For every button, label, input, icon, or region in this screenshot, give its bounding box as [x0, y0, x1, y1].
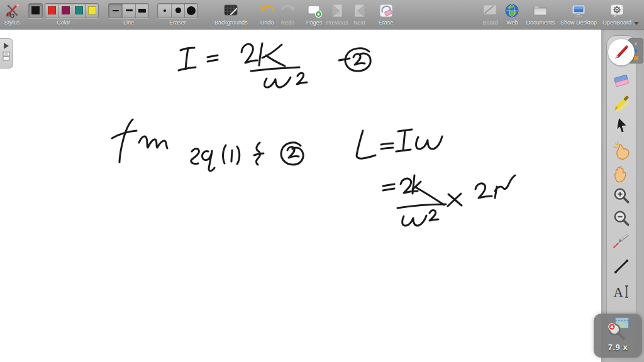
eraser-medium-button[interactable]: [171, 4, 184, 18]
eraser-group: Eraser: [157, 2, 198, 26]
pen-icon: [611, 42, 631, 62]
stylus-label: Stylus: [4, 19, 20, 26]
show-desktop-label: Show Desktop: [560, 19, 597, 26]
zoom-overlay: 7.9 x: [594, 314, 642, 358]
color-swatch-black[interactable]: [29, 4, 42, 18]
next-page-icon: [352, 2, 368, 19]
tool-zoom-in[interactable]: [610, 185, 633, 207]
ink-equation-2: [179, 43, 370, 87]
documents-label: Documents: [526, 19, 555, 26]
pan-hand-icon: [611, 163, 632, 184]
color-options-box: [45, 3, 99, 18]
line-medium-button[interactable]: [122, 4, 135, 18]
openboard-window: Stylus: [0, 0, 644, 362]
redo-button[interactable]: Redo: [280, 2, 296, 26]
erase-label: Erase: [379, 19, 394, 26]
stylus-button[interactable]: Stylus: [4, 2, 20, 26]
tool-laser-pointer[interactable]: [610, 230, 633, 253]
stylus-toolbar: ✕: [606, 35, 636, 357]
show-desktop-button[interactable]: Show Desktop: [560, 2, 597, 26]
line-tool-icon: [611, 256, 631, 277]
board-mode-button[interactable]: Board: [482, 2, 498, 26]
swatch-teal: [75, 6, 83, 14]
laser-pointer-icon: [611, 231, 631, 251]
openboard-gear-icon: [609, 2, 625, 19]
color-swatch-yellow[interactable]: [85, 4, 98, 18]
line-thick-button[interactable]: [135, 4, 148, 18]
tool-pan[interactable]: [610, 162, 633, 185]
backgrounds-label: Backgrounds: [214, 19, 248, 26]
web-globe-icon: [504, 2, 520, 19]
backgrounds-icon: [223, 2, 239, 19]
swatch-yellow: [88, 6, 96, 14]
board-label: Board: [482, 19, 497, 26]
swatch-red: [48, 6, 56, 14]
tool-eraser[interactable]: [610, 69, 633, 92]
pages-label: Pages: [306, 19, 323, 26]
line-label: Line: [123, 19, 134, 26]
openboard-label: OpenBoard: [602, 19, 631, 26]
ink-layer: [0, 30, 644, 362]
previous-label: Previous: [326, 19, 348, 26]
show-desktop-icon: [570, 2, 587, 19]
tool-cancel-zoom[interactable]: [604, 315, 632, 343]
previous-page-button[interactable]: Previous: [326, 2, 348, 26]
pages-button[interactable]: Pages: [306, 2, 323, 26]
stylus-icon: [4, 2, 20, 19]
tool-interact[interactable]: [610, 140, 633, 162]
zoom-in-icon: [611, 186, 631, 206]
library-drawer-tab[interactable]: [0, 38, 13, 69]
whiteboard-canvas[interactable]: ✕: [0, 30, 644, 362]
undo-label: Undo: [260, 19, 274, 26]
cancel-zoom-icon: [606, 316, 631, 341]
erase-page-icon: [378, 2, 394, 19]
line-group: Line: [108, 2, 149, 26]
highlighter-icon: [611, 93, 631, 113]
redo-label: Redo: [281, 19, 295, 26]
tool-line[interactable]: [610, 255, 633, 278]
openboard-menu-button[interactable]: OpenBoard: [602, 2, 631, 26]
color-swatch-maroon[interactable]: [58, 4, 72, 18]
eraser-small-button[interactable]: [158, 4, 171, 18]
line-thin-button[interactable]: [109, 4, 122, 18]
eraser-large-button[interactable]: [184, 4, 197, 18]
web-mode-button[interactable]: Web: [504, 2, 520, 26]
new-page-icon: [306, 2, 323, 19]
color-selected-box: [28, 3, 43, 18]
ink-L-equals-I-omega: [357, 129, 442, 158]
tool-stack: A: [608, 39, 635, 303]
tool-text[interactable]: A: [610, 280, 633, 303]
pointing-hand-icon: [611, 140, 632, 162]
backgrounds-button[interactable]: Backgrounds: [214, 2, 248, 26]
undo-button[interactable]: Undo: [259, 2, 275, 26]
swatch-maroon: [62, 6, 70, 14]
zoom-factor-label: 7.9 x: [608, 343, 628, 352]
color-swatch-red[interactable]: [45, 4, 58, 18]
tool-highlighter[interactable]: [610, 92, 633, 114]
color-group: Color: [28, 2, 99, 26]
ink-substitution: [383, 175, 515, 226]
web-label: Web: [506, 19, 518, 26]
color-swatch-teal[interactable]: [72, 4, 85, 18]
toolbar-overflow-caret[interactable]: [634, 22, 639, 25]
cursor-arrow-icon: [611, 116, 631, 136]
expand-arrow-icon: [4, 43, 9, 49]
next-page-button[interactable]: Next: [352, 2, 368, 26]
page-list-icon: [3, 52, 11, 61]
documents-button[interactable]: Documents: [526, 2, 555, 26]
swatch-black: [31, 6, 40, 14]
erase-page-button[interactable]: Erase: [378, 2, 394, 26]
board-icon: [482, 2, 498, 19]
main-toolbar: Stylus: [0, 0, 644, 30]
eraser-label: Eraser: [169, 19, 186, 26]
tool-zoom-out[interactable]: [610, 207, 633, 230]
documents-folder-icon: [532, 2, 548, 19]
next-label: Next: [353, 19, 365, 26]
tool-pen[interactable]: [608, 39, 635, 65]
text-tool-glyph: A: [613, 286, 623, 299]
redo-icon: [280, 2, 296, 19]
tool-selector[interactable]: [610, 114, 633, 137]
color-label: Color: [57, 19, 70, 26]
text-cursor-icon: [624, 284, 630, 299]
undo-icon: [259, 2, 275, 19]
